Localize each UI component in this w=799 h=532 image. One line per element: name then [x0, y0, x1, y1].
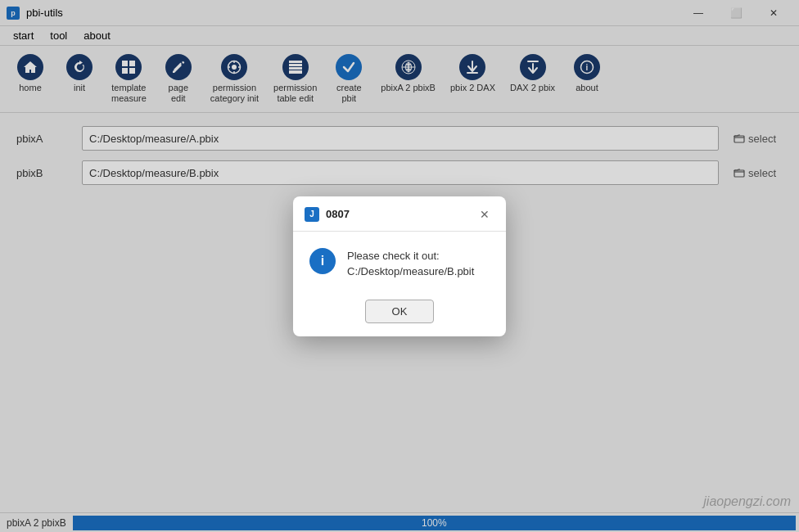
dialog: J 0807 ✕ i Please check it out: C:/Deskt… [293, 196, 506, 336]
modal-app-icon: J [305, 207, 319, 222]
modal-message-line1: Please check it out: [347, 250, 440, 262]
modal-body: i Please check it out: C:/Desktop/measur… [293, 232, 506, 293]
modal-title-row: J 0807 [305, 207, 350, 222]
info-icon: i [309, 248, 336, 274]
modal-message-line2: C:/Desktop/measure/B.pbit [347, 265, 474, 277]
modal-close-button[interactable]: ✕ [475, 205, 494, 224]
modal-message: Please check it out: C:/Desktop/measure/… [347, 248, 474, 280]
modal-header: J 0807 ✕ [293, 196, 506, 232]
modal-overlay: J 0807 ✕ i Please check it out: C:/Deskt… [0, 0, 799, 532]
modal-footer: OK [293, 293, 506, 336]
modal-title: 0807 [326, 208, 350, 220]
ok-button[interactable]: OK [365, 300, 435, 323]
